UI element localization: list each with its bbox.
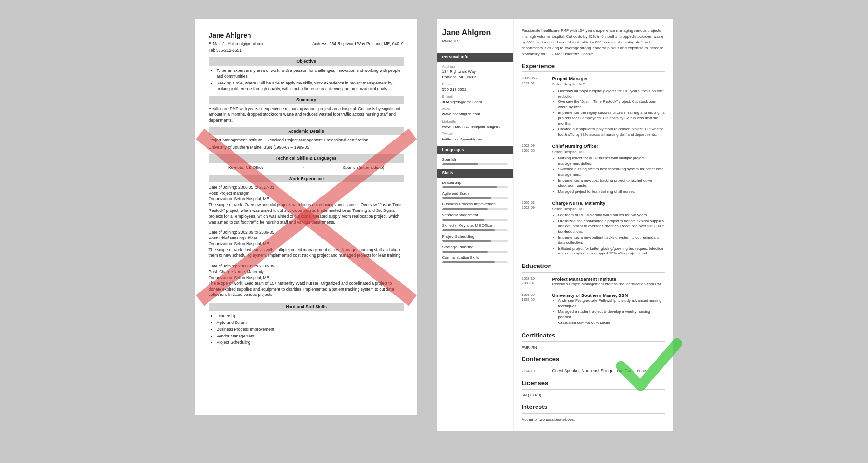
skill-bpi: Business Process Improvement (442, 201, 508, 210)
left-name: Jane Ahlgren (209, 31, 404, 41)
edu-2-bullets: Andersen Postgraduate Fellowship to stud… (552, 298, 665, 326)
personal-info-content: Address 134 Rightward WayPortland, ME, 0… (437, 64, 513, 142)
work-2-org: Organization: Seton Hospital, ME (209, 241, 404, 247)
job-2-body: Chief Nursing Officer Seton Hospital, ME… (552, 143, 665, 195)
summary-title: Summary (209, 96, 404, 104)
www-value: www.janeahlgren.com (442, 112, 508, 117)
skills-title: Hard and Soft Skills (209, 303, 404, 311)
personal-info-title: Personal Info (437, 53, 513, 62)
experience-section-title: Experience (522, 62, 665, 72)
work-1-scope: The scope of work: Oversaw hospital proj… (209, 202, 404, 225)
conf-1-date: 2014-10 (522, 368, 549, 374)
job-3-bullets: Led team of 15+ Maternity Ward nurses fo… (552, 213, 665, 256)
academic-line-2: University of Southern Maine, BSN (1996-… (209, 145, 404, 151)
work-1-post: Post: Project manager (209, 191, 404, 196)
work-3-date: Date of Joining: 2000-03 to 2002-09 (209, 264, 404, 269)
language-bar (442, 163, 508, 165)
skill-item-1: Leadership (217, 313, 404, 319)
academic-line-1: Project Management Institute – Received … (209, 138, 404, 143)
email-value: JUAhlgren@gmail.com (442, 99, 508, 105)
www-label: www (442, 107, 508, 112)
twitter-value: twitter.com/janeahlgren (442, 137, 508, 142)
job-2-bullets: Nursing leader for all 87 nurses with mu… (552, 156, 665, 194)
skill-vendor: Vendor Management (442, 212, 508, 221)
languages-content: Spanish (437, 157, 513, 165)
edu-1-dates: 2008-10 -2008-07 (522, 276, 549, 287)
objective-list: To be an expert in my area of work, with… (209, 68, 404, 92)
linkedin-label: LinkedIn (442, 119, 508, 125)
skill-1: Keynote, MS Office (228, 165, 263, 171)
left-email: E-Mail: JUAhlgren@gmail.com (209, 42, 265, 47)
job-2-title: Chief Nursing Officer (552, 143, 665, 149)
work-entry-1: Date of Joining: 2006-05 to 2017-01 Post… (209, 185, 404, 225)
skills-list: Leadership Agile and Scrum Business Proc… (209, 313, 404, 346)
job-1-body: Project Manager Seton Hospital, ME Overs… (552, 75, 665, 138)
skills-row: Keynote, MS Office • Spanish (intermedia… (209, 165, 404, 171)
main-summary: Passionate healthcare PMP with 10+ years… (522, 28, 665, 57)
edu-1-institution: Project Management Institute (552, 276, 665, 282)
skills-section: Skills Leadership Agile and Scrum Busine… (437, 169, 513, 263)
objective-item-1: To be an expert in my area of work, with… (217, 68, 404, 80)
phone-value: 555-212-5551 (442, 87, 508, 92)
job-2-company: Seton Hospital, ME (552, 149, 665, 154)
skill-agile: Agile and Scrum (442, 191, 508, 199)
left-tel: Tel: 555-212-5551 (209, 48, 242, 53)
job-1-company: Seton Hospital, ME (552, 82, 665, 87)
job-1-bullets: Oversaw all major hospital projects for … (552, 89, 665, 138)
email-label: E-mail (442, 94, 508, 99)
left-address: Address: 134 Rightward Way Portland, ME,… (312, 42, 404, 47)
resume-bad: Jane Ahlgren E-Mail: JUAhlgren@gmail.com… (195, 19, 417, 415)
job-3-body: Charge Nurse, Maternity Seton Hospital, … (552, 200, 665, 257)
sidebar-header: Jane Ahlgren PMP, RN (437, 19, 513, 49)
summary-text: Healthcare PMP with years of experience … (209, 106, 404, 124)
work-1-date: Date of Joining: 2006-05 to 2017-01 (209, 185, 404, 191)
skill-item-4: Vendor Management (217, 334, 404, 339)
skill-leadership: Leadership (442, 180, 508, 188)
edu-entry-1: 2008-10 -2008-07 Project Management Inst… (522, 276, 665, 287)
right-name: Jane Ahlgren (442, 28, 508, 37)
objective-title: Objective (209, 57, 404, 66)
phone-label: Phone (442, 82, 508, 87)
interests-section-title: Interests (522, 403, 665, 413)
personal-info-section: Personal Info Address 134 Rightward WayP… (437, 53, 513, 142)
edu-entry-2: 1996-09 -1999-05 University of Southern … (522, 292, 665, 326)
job-2-dates: 2002-09 -2006-05 (522, 143, 549, 195)
academic-title: Academic Details (209, 127, 404, 136)
work-3-org: Organization: Seton Hospital, ME (209, 275, 404, 281)
work-1-org: Organization: Seton Hospital, ME (209, 196, 404, 202)
skill-bullet: • (303, 165, 304, 171)
linkedin-value: www.linkedin.com/in/jane-ahlgren/ (442, 124, 508, 129)
twitter-label: Twitter (442, 131, 508, 137)
skill-keynote: Skilled in Keynote, MS Office (442, 223, 508, 231)
job-3-company: Seton Hospital, ME (552, 206, 665, 211)
edu-2-dates: 1996-09 -1999-05 (522, 292, 549, 326)
job-entry-2: 2002-09 -2006-05 Chief Nursing Officer S… (522, 143, 665, 195)
job-entry-1: 2006-05 -2017-01 Project Manager Seton H… (522, 75, 665, 138)
right-main: Passionate healthcare PMP with 10+ years… (514, 19, 673, 431)
edu-2-body: University of Southern Maine, BSN Anders… (552, 292, 665, 326)
conferences-section-title: Conferences (522, 355, 665, 365)
job-3-title: Charge Nurse, Maternity (552, 200, 665, 206)
address-value: 134 Rightward WayPortland, ME, 04019 (442, 69, 508, 80)
language-value: Spanish (442, 157, 508, 162)
work-3-post: Post: Charge Nurse, Maternity (209, 269, 404, 275)
skill-item-3: Business Process Improvement (217, 327, 404, 333)
technical-title: Technical Skills & Languages (209, 154, 404, 163)
languages-title: Languages (437, 146, 513, 154)
work-2-scope: The scope of work: Led nurses with multi… (209, 247, 404, 259)
certificates-section-title: Certificates (522, 331, 665, 342)
skills-sidebar-content: Leadership Agile and Scrum Business Proc… (437, 180, 513, 264)
skills-sidebar-title: Skills (437, 169, 513, 178)
edu-1-body: Project Management Institute Received Pr… (552, 276, 665, 287)
job-3-dates: 2000-03 -2002-09 (522, 200, 549, 257)
skill-2: Spanish (intermediate) (343, 165, 385, 171)
work-entry-3: Date of Joining: 2000-03 to 2002-09 Post… (209, 264, 404, 298)
work-2-post: Post: Chief Nursing Officer (209, 236, 404, 241)
right-sidebar: Jane Ahlgren PMP, RN Personal Info Addre… (437, 19, 514, 431)
skill-strategy: Strategic Planning (442, 244, 508, 253)
skill-communication: Communication Skills (442, 255, 508, 263)
work-2-date: Date of Joining: 2002-09 to 2006-05 (209, 230, 404, 236)
skill-item-2: Agile and Scrum (217, 320, 404, 326)
work-title: Work Experience (209, 175, 404, 183)
work-3-scope: The scope of work: Lead team of 15+ Mate… (209, 281, 404, 298)
